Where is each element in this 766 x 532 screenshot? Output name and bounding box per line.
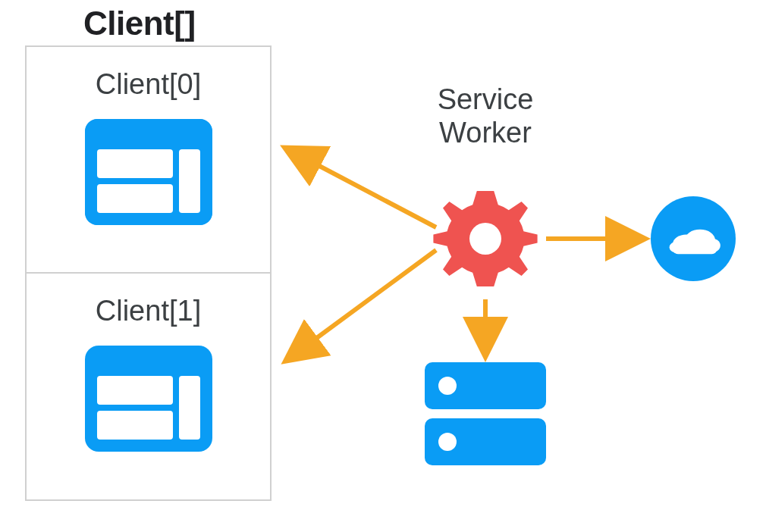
clients-container: Client[0] [25, 45, 272, 501]
svg-point-25 [438, 433, 457, 451]
arrow-sw-to-client1 [292, 250, 436, 356]
svg-point-15 [469, 223, 501, 255]
svg-point-23 [438, 377, 457, 395]
browser-window-icon [85, 346, 212, 452]
svg-rect-9 [97, 184, 173, 213]
client-cell-1: Client[1] [27, 274, 270, 500]
gear-icon [432, 186, 538, 292]
cloud-icon [651, 196, 736, 281]
service-worker-label: Service Worker [391, 83, 580, 149]
sw-label-line1: Service [438, 83, 534, 115]
svg-rect-8 [97, 149, 173, 178]
client-1-label: Client[1] [27, 295, 270, 327]
diagram-stage: Client[] Client[0] [0, 0, 766, 532]
client-0-label: Client[0] [27, 68, 270, 101]
browser-window-icon-clean [85, 119, 212, 225]
svg-rect-12 [97, 376, 173, 405]
arrow-sw-to-client0 [292, 152, 436, 227]
clients-title: Client[] [83, 5, 196, 42]
sw-label-line2: Worker [439, 117, 532, 149]
svg-rect-10 [179, 149, 200, 213]
svg-rect-14 [179, 376, 200, 440]
svg-rect-21 [673, 244, 717, 254]
server-icon [425, 362, 546, 468]
client-cell-0: Client[0] [27, 47, 270, 274]
svg-rect-13 [97, 411, 173, 440]
